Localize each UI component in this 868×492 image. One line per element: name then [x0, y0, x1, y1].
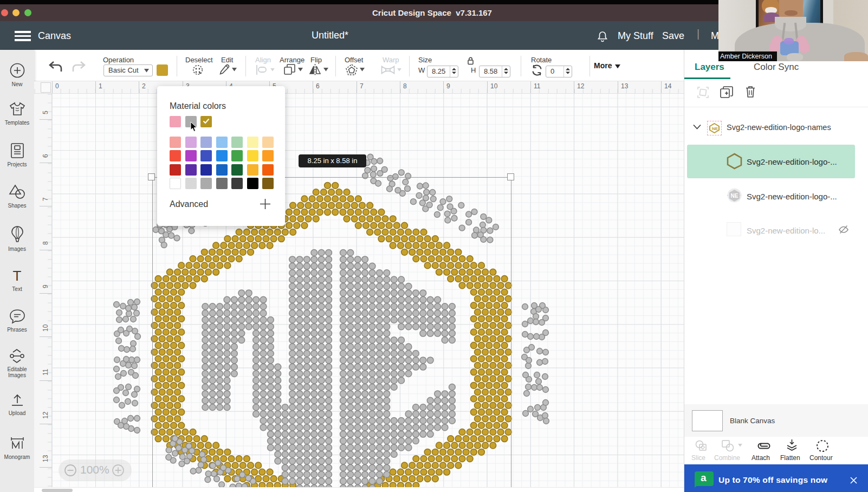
- svg-text:NE: NE: [712, 126, 718, 131]
- svg-text:NE: NE: [731, 193, 739, 199]
